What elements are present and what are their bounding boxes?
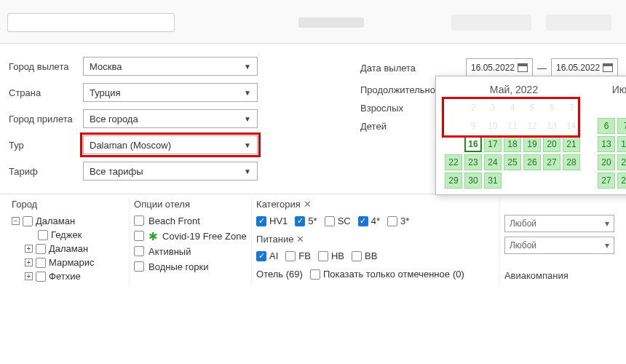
calendar-day[interactable]: 27 bbox=[598, 173, 615, 189]
calendar-day[interactable]: 14 bbox=[617, 136, 626, 152]
close-icon[interactable]: ✕ bbox=[304, 199, 312, 210]
label-country: Страна bbox=[9, 87, 83, 98]
show-marked-only[interactable]: Показать только отмеченное (0) bbox=[310, 269, 464, 280]
calendar-day[interactable]: 19 bbox=[523, 136, 541, 152]
date-to-input[interactable]: 16.05.2022 bbox=[551, 58, 618, 77]
calendar-day: 7 bbox=[563, 100, 580, 116]
checkbox[interactable] bbox=[352, 251, 362, 261]
label-arrival-city: Город прилета bbox=[9, 114, 83, 124]
select-tariff[interactable]: Все тарифы ▼ bbox=[83, 162, 258, 181]
top-widget-a[interactable] bbox=[451, 15, 531, 31]
calendar-day[interactable]: 18 bbox=[504, 136, 521, 152]
calendar-title: Ию bbox=[598, 84, 626, 95]
calendar-day[interactable]: 21 bbox=[617, 154, 626, 170]
checkbox[interactable] bbox=[325, 216, 335, 226]
expander-icon[interactable]: + bbox=[25, 272, 33, 280]
tree-item-label[interactable]: Даламан bbox=[36, 215, 75, 226]
option-label: SC bbox=[338, 215, 351, 226]
calendar-day[interactable]: 16 bbox=[464, 136, 482, 152]
calendar-day[interactable]: 27 bbox=[543, 154, 560, 170]
calendar-day[interactable]: 28 bbox=[617, 173, 626, 189]
calendar-day bbox=[445, 118, 462, 134]
option-label: 3* bbox=[400, 215, 409, 226]
calendar-day[interactable]: 24 bbox=[484, 154, 502, 170]
calendar-day[interactable] bbox=[598, 100, 615, 116]
calendar-day[interactable]: 17 bbox=[484, 136, 502, 152]
label-departure-date: Дата вылета bbox=[360, 63, 466, 74]
calendar-day: 6 bbox=[543, 100, 560, 116]
calendar-popup: Май, 2022 234567910111213141617181920212… bbox=[435, 76, 626, 195]
tree-item-label[interactable]: Мармарис bbox=[49, 257, 95, 268]
calendar-day[interactable]: 7 bbox=[617, 118, 626, 134]
select-departure-city[interactable]: Москва ▼ bbox=[83, 57, 258, 76]
select-value: Все города bbox=[90, 114, 138, 124]
chevron-down-icon: ▾ bbox=[605, 218, 609, 229]
heading-airline: Авиакомпания bbox=[504, 270, 614, 281]
option-label: FB bbox=[298, 250, 311, 261]
tree-item-label[interactable]: Геджек bbox=[51, 229, 82, 240]
top-link[interactable] bbox=[298, 17, 364, 28]
select-any-1[interactable]: Любой▾ bbox=[504, 215, 614, 232]
select-any-2[interactable]: Любой▾ bbox=[504, 237, 614, 254]
calendar-day[interactable]: 23 bbox=[464, 154, 482, 170]
checkbox[interactable] bbox=[23, 216, 33, 226]
calendar-day[interactable]: 13 bbox=[598, 136, 615, 152]
calendar-month-may: Май, 2022 234567910111213141617181920212… bbox=[445, 84, 583, 189]
checkbox[interactable] bbox=[318, 251, 328, 261]
calendar-day: 9 bbox=[464, 118, 482, 134]
calendar-day[interactable]: 28 bbox=[563, 154, 580, 170]
expander-icon[interactable]: − bbox=[12, 217, 20, 225]
checkbox[interactable]: ✓ bbox=[295, 216, 305, 226]
calendar-day[interactable]: 21 bbox=[563, 136, 580, 152]
checkbox[interactable] bbox=[134, 231, 144, 241]
checkbox[interactable] bbox=[285, 251, 296, 261]
chevron-down-icon: ▼ bbox=[244, 167, 251, 175]
checkbox[interactable] bbox=[36, 258, 46, 268]
checkbox[interactable]: ✓ bbox=[256, 251, 266, 261]
select-arrival-city[interactable]: Все города ▼ bbox=[83, 109, 258, 128]
top-widget-b[interactable] bbox=[546, 15, 611, 31]
option-label: HV1 bbox=[269, 215, 288, 226]
checkbox[interactable] bbox=[36, 272, 46, 282]
calendar-day[interactable]: 20 bbox=[598, 154, 615, 170]
select-value: Dalaman (Moscow) bbox=[90, 140, 171, 151]
calendar-day[interactable] bbox=[617, 100, 626, 116]
calendar-day: 13 bbox=[543, 118, 560, 134]
calendar-month-june: Ию 67131420212728 bbox=[598, 84, 626, 189]
calendar-day[interactable]: 26 bbox=[523, 154, 541, 170]
calendar-day: 4 bbox=[504, 100, 521, 116]
expander-icon[interactable]: + bbox=[25, 258, 33, 266]
checkbox[interactable] bbox=[134, 215, 144, 226]
close-icon[interactable]: ✕ bbox=[296, 234, 304, 245]
calendar-day[interactable]: 31 bbox=[484, 173, 502, 189]
expander-icon[interactable]: + bbox=[25, 245, 33, 253]
option-label: 5* bbox=[308, 215, 317, 226]
chevron-down-icon: ▼ bbox=[244, 141, 251, 149]
select-value: Москва bbox=[90, 61, 122, 72]
checkbox[interactable] bbox=[310, 269, 320, 280]
select-country[interactable]: Турция ▼ bbox=[83, 83, 258, 102]
calendar-day[interactable]: 30 bbox=[464, 173, 482, 189]
option-label: BB bbox=[365, 250, 377, 261]
calendar-day[interactable]: 20 bbox=[543, 136, 560, 152]
select-tour[interactable]: Dalaman (Moscow) ▼ bbox=[83, 135, 258, 154]
calendar-day[interactable]: 29 bbox=[445, 173, 462, 189]
checkbox[interactable]: ✓ bbox=[256, 216, 266, 226]
checkbox[interactable] bbox=[387, 216, 397, 226]
checkbox[interactable] bbox=[38, 230, 48, 240]
date-from-input[interactable]: 16.05.2022 bbox=[466, 58, 533, 77]
calendar-day[interactable]: 6 bbox=[598, 118, 615, 134]
checkbox[interactable] bbox=[134, 261, 144, 272]
checkbox[interactable] bbox=[134, 246, 144, 256]
tree-item-label[interactable]: Даламан bbox=[49, 243, 88, 254]
label-tour: Тур bbox=[9, 140, 83, 151]
search-input[interactable] bbox=[7, 13, 175, 32]
checkbox[interactable]: ✓ bbox=[358, 216, 368, 226]
calendar-day[interactable]: 25 bbox=[504, 154, 521, 170]
calendar-day: 14 bbox=[563, 118, 580, 134]
checkbox[interactable] bbox=[36, 244, 46, 254]
heading-category: Категория✕ bbox=[256, 199, 495, 210]
tree-item-label[interactable]: Фетхие bbox=[49, 271, 81, 282]
select-value: Турция bbox=[90, 87, 121, 98]
calendar-day[interactable]: 22 bbox=[445, 154, 462, 170]
